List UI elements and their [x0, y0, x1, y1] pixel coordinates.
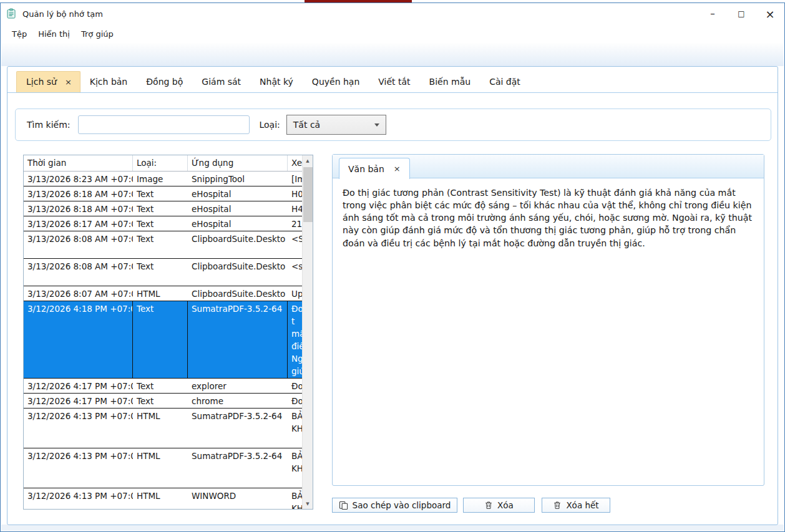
cell-preview: BẢN KHÔ: [288, 409, 302, 448]
cell-type: HTML: [133, 409, 188, 448]
cell-type: Text: [133, 394, 188, 408]
delete-button[interactable]: Xóa: [463, 498, 535, 513]
cell-time: 3/12/2026 4:13 PM +07:0: [24, 488, 133, 509]
cell-time: 3/12/2026 4:18 PM +07:0: [24, 301, 133, 378]
table-row[interactable]: 3/13/2026 8:23 AM +07:0 Image SnippingTo…: [24, 172, 302, 186]
type-select[interactable]: Tất cả: [286, 115, 386, 135]
cell-preview: BẢN KHÔ: [288, 488, 302, 509]
scroll-down-icon[interactable]: ▼: [303, 498, 313, 509]
cell-time: 3/13/2026 8:18 AM +07:0: [24, 201, 133, 216]
table-row[interactable]: 3/12/2026 4:17 PM +07:0 Text chrome Đo t: [24, 394, 302, 409]
tab-monitor[interactable]: Giám sát: [192, 72, 250, 92]
delete-all-button-label: Xóa hết: [566, 500, 598, 510]
scrollbar[interactable]: ▲ ▼: [302, 155, 313, 509]
cell-preview: BẢN KHÔ: [288, 448, 302, 488]
table-row[interactable]: 3/13/2026 8:08 AM +07:0 Text ClipboardSu…: [24, 259, 302, 286]
chevron-down-icon: [374, 123, 379, 127]
cell-preview: <spa: [288, 259, 302, 286]
cell-app: explorer: [188, 379, 288, 393]
title-bar: Quản lý bộ nhớ tạm – □ ×: [1, 3, 784, 24]
maximize-button[interactable]: □: [727, 3, 756, 24]
preview-tab-text[interactable]: Văn bản ×: [339, 158, 410, 179]
cell-app: ClipboardSuite.Deskto: [188, 286, 288, 301]
cell-time: 3/13/2026 8:18 AM +07:0: [24, 186, 133, 201]
tab-sync[interactable]: Đồng bộ: [137, 72, 192, 92]
tab-close-icon[interactable]: ×: [65, 77, 72, 87]
cell-time: 3/12/2026 4:17 PM +07:0: [24, 379, 133, 393]
column-header-preview[interactable]: Xem trước: [288, 155, 302, 171]
cell-type: HTML: [133, 286, 188, 301]
tab-scripts[interactable]: Kịch bản: [80, 72, 137, 92]
table-row[interactable]: 3/13/2026 8:08 AM +07:0 Text ClipboardSu…: [24, 231, 302, 259]
table-row[interactable]: 3/12/2026 4:17 PM +07:0 Text explorer Đo…: [24, 379, 302, 394]
cell-time: 3/12/2026 4:13 PM +07:0: [24, 448, 133, 488]
cell-type: Image: [133, 172, 188, 186]
tab-log[interactable]: Nhật ký: [250, 72, 303, 92]
cell-time: 3/13/2026 8:08 AM +07:0: [24, 259, 133, 286]
preview-panel: Văn bản × Đo thị giác tương phản (Contra…: [332, 154, 764, 486]
table-row[interactable]: 3/12/2026 4:13 PM +07:0 HTML SumatraPDF-…: [24, 448, 302, 488]
history-list: Thời gian Loại: Ứng dụng Xem trước 3/13/…: [23, 155, 313, 510]
tab-permissions[interactable]: Quyền hạn: [303, 72, 369, 92]
trash-icon: [553, 501, 562, 510]
tab-templates[interactable]: Biến mẫu: [420, 72, 480, 92]
cell-preview: Đo t: [288, 394, 302, 408]
scrollbar-thumb[interactable]: [303, 167, 313, 222]
cell-preview: [Ima: [288, 172, 302, 186]
menu-view[interactable]: Hiển thị: [32, 27, 76, 41]
cell-type: Text: [133, 216, 188, 231]
table-row[interactable]: 3/13/2026 8:18 AM +07:0 Text eHospital H…: [24, 201, 302, 216]
cell-app: eHospital: [188, 186, 288, 201]
column-header-type[interactable]: Loại:: [133, 155, 188, 171]
cell-app: ClipboardSuite.Deskto: [188, 231, 288, 258]
cell-preview: Đo t: [288, 379, 302, 393]
cell-type: Text: [133, 186, 188, 201]
cell-app: ClipboardSuite.Deskto: [188, 259, 288, 286]
cell-app: WINWORD: [188, 488, 288, 509]
table-row[interactable]: 3/13/2026 8:18 AM +07:0 Text eHospital H…: [24, 186, 302, 201]
type-select-value: Tất cả: [293, 120, 320, 130]
cell-type: Text: [133, 259, 188, 286]
history-table-body: 3/13/2026 8:23 AM +07:0 Image SnippingTo…: [24, 172, 302, 509]
copy-icon: [339, 501, 348, 510]
table-row[interactable]: 3/12/2026 4:18 PM +07:0 Text SumatraPDF-…: [24, 301, 302, 379]
type-label: Loại:: [260, 120, 280, 130]
window-controls: – □ ×: [698, 3, 784, 24]
search-input[interactable]: [78, 115, 250, 134]
trash-icon: [484, 501, 493, 510]
cell-app: eHospital: [188, 201, 288, 216]
preview-text: Đo thị giác tương phản (Contrast Sensiti…: [333, 178, 764, 249]
app-window: Quản lý bộ nhớ tạm – □ × Tệp Hiển thị Tr…: [0, 2, 785, 532]
table-header: Thời gian Loại: Ứng dụng Xem trước: [24, 155, 302, 172]
cell-time: 3/13/2026 8:07 AM +07:0: [24, 286, 133, 301]
search-label: Tìm kiếm:: [27, 120, 71, 130]
table-row[interactable]: 3/13/2026 8:07 AM +07:0 HTML ClipboardSu…: [24, 286, 302, 301]
cell-app: SumatraPDF-3.5.2-64: [188, 301, 288, 378]
delete-all-button[interactable]: Xóa hết: [542, 498, 610, 513]
menu-help[interactable]: Trợ giúp: [76, 27, 119, 41]
tab-settings[interactable]: Cài đặt: [480, 72, 530, 92]
cell-type: Text: [133, 231, 188, 258]
scroll-up-icon[interactable]: ▲: [303, 155, 313, 166]
cell-app: SumatraPDF-3.5.2-64: [188, 448, 288, 488]
copy-to-clipboard-button[interactable]: Sao chép vào clipboard: [332, 498, 457, 513]
preview-tab-label: Văn bản: [348, 164, 384, 174]
tab-shortcuts[interactable]: Viết tắt: [369, 72, 419, 92]
bottom-strip: [1, 525, 784, 531]
menu-bar: Tệp Hiển thị Trợ giúp: [1, 24, 784, 43]
column-header-app[interactable]: Ứng dụng: [188, 155, 288, 171]
column-header-time[interactable]: Thời gian: [24, 155, 133, 171]
table-row[interactable]: 3/13/2026 8:17 AM +07:0 Text eHospital 2…: [24, 216, 302, 231]
minimize-button[interactable]: –: [698, 3, 727, 24]
close-button[interactable]: ×: [756, 3, 784, 24]
cell-time: 3/12/2026 4:17 PM +07:0: [24, 394, 133, 408]
preview-tab-close-icon[interactable]: ×: [394, 164, 401, 173]
tab-history-label: Lịch sử: [26, 77, 57, 87]
main-tabstrip: Lịch sử × Kịch bản Đồng bộ Giám sát Nhật…: [7, 67, 778, 93]
cell-preview: H43: [288, 201, 302, 216]
tab-history[interactable]: Lịch sử ×: [16, 71, 80, 92]
table-row[interactable]: 3/12/2026 4:13 PM +07:0 HTML WINWORD BẢN…: [24, 488, 302, 509]
cell-preview: H04: [288, 186, 302, 201]
menu-file[interactable]: Tệp: [6, 27, 32, 41]
table-row[interactable]: 3/12/2026 4:13 PM +07:0 HTML SumatraPDF-…: [24, 409, 302, 448]
